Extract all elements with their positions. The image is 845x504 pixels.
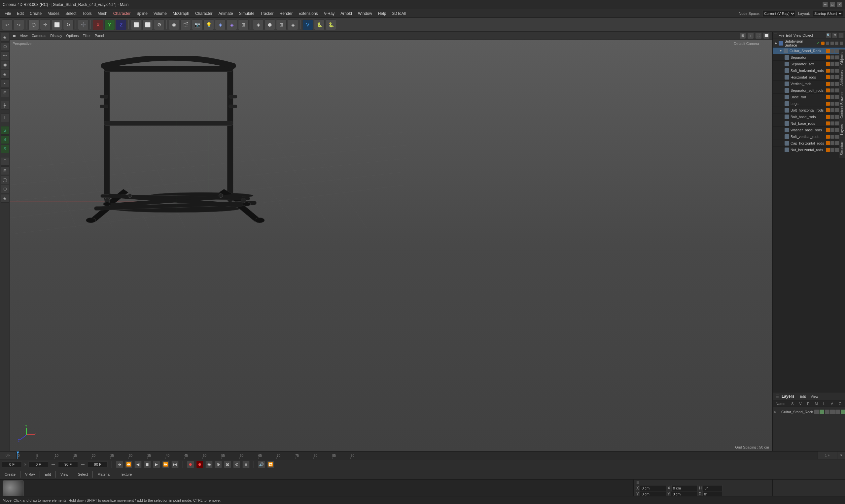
- nh-ctrl-2[interactable]: [830, 148, 834, 152]
- edge-tab-content-browser[interactable]: Content Browser: [839, 88, 845, 121]
- menu-render[interactable]: Render: [277, 11, 295, 17]
- layer-row-guitar[interactable]: ▶ Guitar_Stand_Rack: [774, 408, 844, 416]
- hr-ctrl-2[interactable]: [830, 75, 834, 79]
- sh-ctrl-2[interactable]: [830, 69, 834, 73]
- layer-v-btn[interactable]: [820, 410, 824, 414]
- sidebar-s1[interactable]: S: [1, 126, 9, 135]
- sh-ctrl-1[interactable]: [826, 69, 830, 73]
- sidebar-snap-button[interactable]: ╋: [1, 101, 9, 110]
- scene-button[interactable]: 🎬: [180, 19, 191, 30]
- viewport-display-menu[interactable]: Display: [50, 34, 62, 38]
- sidebar-mode-mesh[interactable]: ⬡: [1, 42, 9, 51]
- ch-ctrl-1[interactable]: [826, 141, 830, 145]
- sidebar-cloth-tool[interactable]: ⬡: [1, 185, 9, 193]
- sound-btn[interactable]: 🔊: [258, 461, 265, 468]
- menu-file[interactable]: File: [2, 11, 14, 17]
- bv-ctrl-1[interactable]: [826, 135, 830, 139]
- menu-window[interactable]: Window: [355, 11, 375, 17]
- tree-item-separator[interactable]: Separator: [773, 54, 845, 61]
- sidebar-grid-tool[interactable]: ⊞: [1, 166, 9, 175]
- edge-tab-objects[interactable]: Objects: [839, 50, 845, 67]
- viewport-canvas[interactable]: Perspective Default Camera Grid Spacing …: [10, 40, 772, 451]
- undo-button[interactable]: ↩: [2, 19, 13, 30]
- layers-menu-icon[interactable]: ☰: [776, 394, 779, 398]
- menu-arnold[interactable]: Arnold: [338, 11, 355, 17]
- objects-tab-edit[interactable]: Edit: [786, 33, 792, 37]
- sidebar-extra-tool[interactable]: ◈: [1, 194, 9, 203]
- edge-tab-layers[interactable]: Layers: [839, 121, 845, 138]
- light-button[interactable]: 💡: [204, 19, 214, 30]
- menu-3dtoall[interactable]: 3DToAll: [389, 11, 408, 17]
- subdiv-lock-btn[interactable]: [830, 41, 834, 45]
- legs-ctrl-2[interactable]: [830, 102, 834, 106]
- objects-tab-file[interactable]: File: [779, 33, 785, 37]
- bt-menu-edit[interactable]: Edit: [42, 472, 53, 477]
- nb-ctrl-1[interactable]: [826, 122, 830, 125]
- tree-item-soft-horiz[interactable]: Soft_horizontal_rods: [773, 67, 845, 74]
- sep-ctrl-2[interactable]: [830, 55, 834, 59]
- play-fwd-btn[interactable]: ▶: [153, 461, 160, 468]
- menu-help[interactable]: Help: [375, 11, 389, 17]
- redo-button[interactable]: ↪: [14, 19, 24, 30]
- viewport-ctrl-4[interactable]: ⬜: [763, 32, 770, 39]
- objects-filter-btn[interactable]: ⚙: [832, 33, 838, 38]
- wb-ctrl-2[interactable]: [830, 128, 834, 132]
- ssr-ctrl-2[interactable]: [830, 88, 834, 92]
- node-space-select[interactable]: Current (V-Ray): [762, 10, 795, 17]
- menu-edit[interactable]: Edit: [14, 11, 27, 17]
- bb-ctrl-1[interactable]: [826, 115, 830, 119]
- bt-menu-texture[interactable]: Texture: [118, 472, 134, 477]
- add-button[interactable]: ➕: [78, 19, 88, 30]
- sidebar-mode-model[interactable]: ◈: [1, 33, 9, 41]
- material-button[interactable]: ◈: [215, 19, 226, 30]
- step-fwd-btn[interactable]: ⏩: [162, 461, 170, 468]
- record-btn[interactable]: ⏺: [187, 461, 194, 468]
- coords-menu-icon[interactable]: ☰: [636, 481, 639, 485]
- ss-ctrl-2[interactable]: [830, 62, 834, 66]
- edge-tab-structure[interactable]: Structure: [839, 138, 845, 158]
- loop-btn[interactable]: 🔁: [267, 461, 275, 468]
- vray-logo-button[interactable]: V: [302, 19, 313, 30]
- viewport-ctrl-1[interactable]: ⊞: [739, 32, 746, 39]
- rotate-button[interactable]: ↻: [63, 19, 74, 30]
- bt-menu-material[interactable]: Material: [95, 472, 112, 477]
- ctrl-btn-1[interactable]: [826, 49, 830, 53]
- rotate-x-button[interactable]: X: [93, 19, 103, 30]
- layer-l-btn[interactable]: [835, 410, 840, 414]
- coord-x-pos-input[interactable]: [640, 485, 666, 491]
- subdiv-extra2-btn[interactable]: [840, 41, 843, 45]
- go-to-end-btn[interactable]: ⏭: [171, 461, 179, 468]
- hr-ctrl-1[interactable]: [826, 75, 830, 79]
- layout-select[interactable]: Startup (User): [813, 10, 843, 17]
- sidebar-mode-spline[interactable]: 〜: [1, 52, 9, 60]
- animate-all-btn[interactable]: ⊞: [242, 461, 250, 468]
- menu-tracker[interactable]: Tracker: [258, 11, 276, 17]
- object-mode-button[interactable]: ◉: [169, 19, 179, 30]
- viewport-ctrl-3[interactable]: ⛶: [755, 32, 762, 39]
- objects-tab-object[interactable]: Object: [803, 33, 813, 37]
- python2-button[interactable]: 🐍: [325, 19, 336, 30]
- stop-btn[interactable]: ⏹: [144, 461, 151, 468]
- menu-mesh[interactable]: Mesh: [95, 11, 110, 17]
- tree-item-nut-horiz[interactable]: Nut_horizontal_rods: [773, 146, 845, 153]
- viewport-panel-menu[interactable]: Panel: [95, 34, 104, 38]
- menu-animate[interactable]: Animate: [216, 11, 236, 17]
- vr-ctrl-2[interactable]: [830, 82, 834, 86]
- menu-create[interactable]: Create: [27, 11, 44, 17]
- layer-m-btn[interactable]: [830, 410, 835, 414]
- sidebar-spline-tool[interactable]: L: [1, 113, 9, 122]
- legs-ctrl-1[interactable]: [826, 102, 830, 106]
- ctrl-btn-2[interactable]: [830, 49, 834, 53]
- motion-mode-btn[interactable]: ◉: [205, 461, 213, 468]
- rotate-z-button[interactable]: Z: [116, 19, 126, 30]
- tree-item-cap-horiz[interactable]: Cap_horizontal_rods: [773, 140, 845, 146]
- record-active-btn[interactable]: ⏺: [196, 461, 204, 468]
- current-frame-input[interactable]: [29, 462, 48, 467]
- xref-button[interactable]: ⊞: [238, 19, 249, 30]
- tree-item-base-rod[interactable]: Base_rod: [773, 94, 845, 100]
- layer-r-btn[interactable]: [825, 410, 829, 414]
- bh-ctrl-1[interactable]: [826, 108, 830, 112]
- tree-item-guitar-stand-rack[interactable]: ▼ Guitar_Stand_Rack: [773, 48, 845, 54]
- frame-spin-icon[interactable]: ⟳: [24, 463, 27, 466]
- objects-sort-btn[interactable]: ⋮: [839, 33, 844, 38]
